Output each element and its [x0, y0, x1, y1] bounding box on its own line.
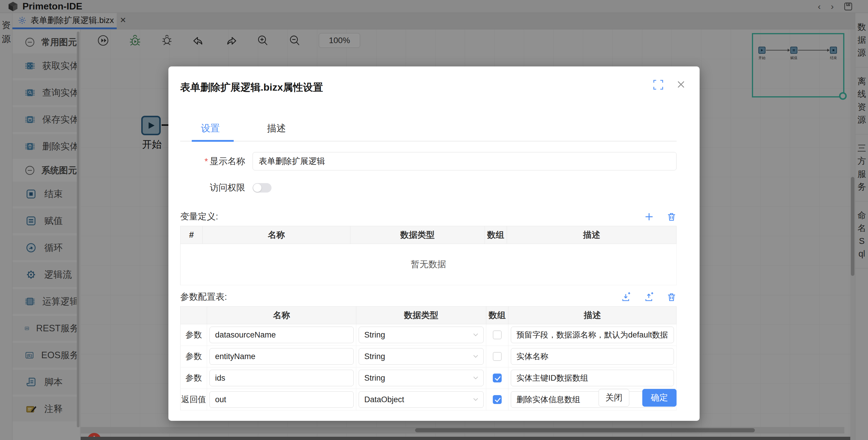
display-name-label: 显示名称 — [210, 156, 245, 166]
chevron-down-icon — [473, 334, 478, 336]
add-variable-icon[interactable] — [644, 212, 654, 222]
empty-state: 暂无数据 — [181, 244, 677, 285]
param-type-select[interactable]: DataObject — [359, 391, 484, 408]
toggle-knob — [253, 184, 261, 192]
param-desc-input[interactable] — [511, 348, 674, 365]
access-label: 访问权限 — [180, 182, 245, 194]
col-array: 数组 — [486, 307, 508, 324]
col-index: # — [181, 226, 203, 244]
param-name-input[interactable] — [210, 391, 354, 408]
close-button[interactable]: 关闭 — [598, 389, 629, 407]
col-desc: 描述 — [507, 226, 677, 244]
ok-button[interactable]: 确定 — [642, 389, 677, 407]
export-params-icon[interactable] — [644, 292, 654, 303]
param-name-input[interactable] — [210, 326, 354, 343]
display-name-input[interactable] — [253, 152, 677, 170]
param-array-checkbox[interactable] — [493, 395, 502, 404]
fullscreen-icon[interactable] — [652, 79, 664, 91]
param-name-input[interactable] — [210, 370, 354, 386]
col-desc: 描述 — [508, 307, 677, 324]
params-section-header: 参数配置表: — [180, 291, 677, 303]
param-desc-input[interactable] — [511, 370, 674, 386]
required-mark: * — [205, 156, 208, 166]
params-title: 参数配置表: — [180, 291, 227, 303]
param-row: 参数 String — [181, 367, 677, 389]
variables-title: 变量定义: — [180, 211, 218, 223]
variables-section-header: 变量定义: — [180, 211, 677, 223]
param-type-select[interactable]: String — [359, 370, 484, 386]
col-type: 数据类型 — [350, 226, 485, 244]
col-name: 名称 — [203, 226, 350, 244]
dialog-title: 表单删除扩展逻辑.bizx属性设置 — [180, 66, 677, 94]
tab-description[interactable]: 描述 — [260, 122, 293, 142]
param-array-checkbox[interactable] — [493, 374, 502, 382]
chevron-down-icon — [473, 398, 478, 401]
tab-settings[interactable]: 设置 — [193, 122, 227, 142]
col-array: 数组 — [485, 226, 507, 244]
chevron-down-icon — [473, 377, 478, 379]
param-row: 参数 String — [181, 324, 677, 346]
tabs-divider — [180, 141, 677, 142]
dialog-tabs: 设置 描述 — [193, 122, 293, 142]
chevron-down-icon — [473, 355, 478, 358]
param-row: 参数 String — [181, 346, 677, 367]
col-kind — [181, 307, 207, 324]
col-type: 数据类型 — [356, 307, 486, 324]
param-array-checkbox[interactable] — [493, 331, 502, 339]
access-row: 访问权限 — [180, 182, 677, 194]
variables-table: # 名称 数据类型 数组 描述 暂无数据 — [180, 226, 677, 285]
access-toggle[interactable] — [253, 183, 272, 192]
param-type-select[interactable]: String — [359, 348, 484, 365]
close-icon[interactable] — [675, 79, 687, 90]
import-params-icon[interactable] — [620, 292, 631, 303]
display-name-row: *显示名称 — [180, 152, 677, 170]
col-name: 名称 — [207, 307, 356, 324]
param-type-select[interactable]: String — [359, 326, 484, 343]
delete-variable-icon[interactable] — [666, 212, 677, 222]
dialog-footer: 关闭 确定 — [598, 389, 677, 407]
properties-dialog: 表单删除扩展逻辑.bizx属性设置 设置 描述 *显示名称 访问权限 变量定义: — [168, 66, 700, 421]
ide-window: Primeton-IDE ‹ › 资源 表单删除扩展逻辑.bizx ✕ 常用图元 — [0, 0, 868, 440]
param-desc-input[interactable] — [511, 326, 674, 343]
param-array-checkbox[interactable] — [493, 352, 502, 361]
param-name-input[interactable] — [210, 348, 354, 365]
active-tab-indicator — [192, 140, 234, 142]
delete-param-icon[interactable] — [666, 292, 677, 302]
